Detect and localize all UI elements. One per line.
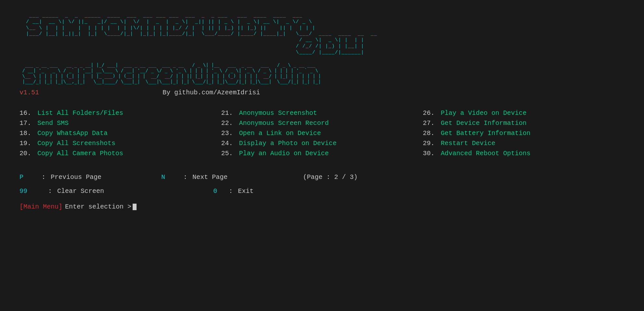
prev-key: P [20,173,39,181]
exit-key: 0 [213,187,226,195]
version-line: v1.51 By github.com/AzeemIdrisi [20,89,624,96]
item-label-26: Play a Video on Device [441,109,527,117]
prev-sep: : [42,173,46,181]
cursor-block [133,204,137,210]
menu-item-17[interactable]: 17. Send SMS [20,119,221,127]
item-label-17: Send SMS [37,119,69,127]
menu-item-24[interactable]: 24. Display a Photo on Device [221,140,423,147]
item-label-23: Open a Link on Device [239,129,321,137]
menu-item-21[interactable]: 21. Anonymous Screenshot [221,109,423,117]
ascii-title: ___ _ __ ___ __ _ _ __| |_/ ___| ___ _ _… [20,62,624,84]
prev-label: Previous Page [51,173,142,181]
item-num-26: 26. [423,109,441,117]
item-num-29: 29. [423,140,441,147]
ascii-banner: ___ _____ _ _ _____ ____ ___ ___ ___ ___… [20,13,624,56]
item-label-25: Play an Audio on Device [239,150,329,157]
nav-row-page: P : Previous Page N : Next Page (Page : … [20,173,624,181]
menu-item-27[interactable]: 27. Get Device Information [423,119,624,127]
menu-item-18[interactable]: 18. Copy WhatsApp Data [20,129,221,137]
next-key: N [161,173,181,181]
exit-label: Exit [238,187,254,195]
clear-label: Clear Screen [57,187,148,195]
menu-item-30[interactable]: 30. Advanced Reboot Options [423,150,624,157]
menu-item-22[interactable]: 22. Anonymous Screen Record [221,119,423,127]
nav-section: P : Previous Page N : Next Page (Page : … [20,173,624,195]
item-num-19: 19. [20,140,37,147]
prompt-line: [Main Menu] Enter selection > [20,203,624,210]
item-num-25: 25. [221,150,239,157]
item-label-29: Restart Device [441,140,495,147]
menu-item-16[interactable]: 16. List All Folders/Files [20,109,221,117]
item-label-16: List All Folders/Files [37,109,123,117]
clear-row: 99 : Clear Screen 0 : Exit [20,187,624,195]
item-label-27: Get Device Information [441,119,527,127]
menu-item-26[interactable]: 26. Play a Video on Device [423,109,624,117]
item-num-28: 28. [423,129,441,137]
item-label-21: Anonymous Screenshot [239,109,317,117]
menu-item-29[interactable]: 29. Restart Device [423,140,624,147]
item-label-22: Anonymous Screen Record [239,119,329,127]
page-info: (Page : 2 / 3) [303,173,358,181]
item-label-19: Copy All Screenshots [37,140,115,147]
exit-sep: : [229,187,233,195]
item-num-23: 23. [221,129,239,137]
menu-item-28[interactable]: 28. Get Battery Information [423,129,624,137]
prompt-menu-tag: [Main Menu] [20,203,62,210]
menu-item-25[interactable]: 25. Play an Audio on Device [221,150,423,157]
item-num-18: 18. [20,129,37,137]
clear-key: 99 [20,187,46,195]
item-label-20: Copy All Camera Photos [37,150,123,157]
item-num-21: 21. [221,109,239,117]
next-sep: : [183,173,187,181]
item-label-18: Copy WhatsApp Data [37,129,108,137]
menu-grid: 16. List All Folders/Files 21. Anonymous… [20,109,624,157]
item-label-24: Display a Photo on Device [239,140,336,147]
next-label: Next Page [192,173,270,181]
menu-item-20[interactable]: 20. Copy All Camera Photos [20,150,221,157]
item-num-20: 20. [20,150,37,157]
menu-item-19[interactable]: 19. Copy All Screenshots [20,140,221,147]
prompt-text: Enter selection > [65,203,131,210]
author-label: By github.com/AzeemIdrisi [163,89,260,96]
item-label-30: Advanced Reboot Options [441,150,531,157]
item-num-27: 27. [423,119,441,127]
version-label: v1.51 [20,89,39,96]
item-num-30: 30. [423,150,441,157]
item-label-28: Get Battery Information [441,129,531,137]
item-num-16: 16. [20,109,37,117]
clear-sep: : [48,187,52,195]
item-num-22: 22. [221,119,239,127]
item-num-24: 24. [221,140,239,147]
menu-item-23[interactable]: 23. Open a Link on Device [221,129,423,137]
item-num-17: 17. [20,119,37,127]
